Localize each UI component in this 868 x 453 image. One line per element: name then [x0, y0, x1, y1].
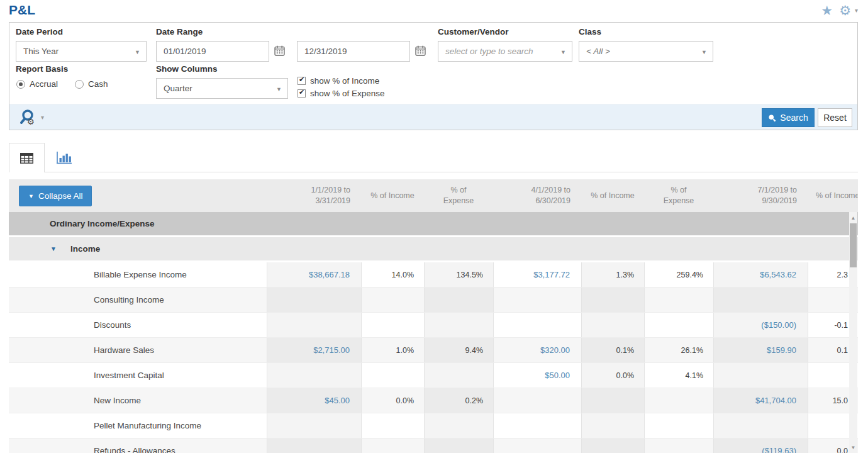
percent-cell: 259.4% — [644, 262, 713, 287]
class-value: < All > — [586, 47, 610, 56]
percent-cell — [424, 288, 493, 312]
column-header-6: 7/1/2019 to 9/30/2019 — [713, 179, 808, 212]
percent-cell — [581, 413, 644, 438]
calendar-icon[interactable] — [274, 45, 286, 57]
account-name: Refunds - Allowances — [9, 439, 267, 453]
collapse-group-icon[interactable]: ▼ — [50, 245, 57, 252]
percent-cell — [424, 313, 493, 337]
favorite-star-icon[interactable]: ★ — [821, 4, 833, 17]
percent-cell — [644, 313, 713, 337]
percent-cell — [644, 388, 713, 413]
class-select[interactable]: < All > ▼ — [579, 41, 713, 62]
amount-cell[interactable]: $38,667.18 — [267, 262, 361, 287]
table-row-hardware-sales: Hardware Sales$2,715.001.0%9.4%$320.000.… — [9, 338, 858, 363]
filter-panel: Date Period This Year ▼ Date Range 01/01… — [9, 22, 858, 130]
search-gear-icon[interactable]: ⚙︎ — [19, 108, 41, 130]
date-from-value: 01/01/2019 — [164, 47, 206, 56]
scrollbar-thumb[interactable] — [850, 223, 857, 267]
header-actions: ★ ⚙︎ ▾ — [821, 4, 858, 17]
table-row-billable-expense-income: Billable Expense Income$38,667.1814.0%13… — [9, 262, 858, 288]
amount-cell — [713, 413, 808, 438]
amount-cell — [267, 363, 361, 388]
customer-vendor-placeholder: select or type to search — [445, 47, 533, 56]
amount-cell[interactable]: $6,543.62 — [713, 262, 808, 287]
percent-cell: 0.0% — [361, 388, 424, 413]
column-header-3: 4/1/2019 to 6/30/2019 — [493, 179, 581, 212]
percent-cell — [581, 313, 644, 337]
amount-cell[interactable]: $41,704.00 — [713, 388, 808, 413]
amount-cell[interactable]: $2,715.00 — [267, 338, 361, 362]
percent-cell: 1.0% — [361, 338, 424, 362]
checkbox-checked-icon: ✔ — [298, 77, 306, 85]
percent-cell — [361, 288, 424, 312]
report-basis-cash-radio[interactable]: Cash — [75, 79, 108, 89]
show-columns-value: Quarter — [164, 84, 192, 93]
percent-cell — [644, 288, 713, 312]
table-row-consulting-income: Consulting Income — [9, 288, 858, 313]
show-pct-expense-checkbox[interactable]: ✔ show % of Expense — [298, 89, 385, 98]
amount-cell — [493, 388, 581, 413]
table-grid-icon — [20, 153, 33, 164]
amount-cell[interactable]: $320.00 — [493, 338, 581, 362]
chevron-down-icon: ▼ — [560, 49, 566, 55]
class-label: Class — [579, 27, 601, 36]
percent-cell: 9.4% — [424, 338, 493, 362]
percent-cell — [644, 413, 713, 438]
table-row-pellet-manufacturing-income: Pellet Manufacturing Income — [9, 413, 858, 439]
group-row-income: ▼ Income — [9, 237, 858, 260]
report-basis-accrual-radio[interactable]: Accrual — [16, 79, 58, 89]
percent-cell: 4.1% — [644, 363, 713, 388]
search-button-label: Search — [780, 113, 808, 123]
vertical-scrollbar[interactable]: ▲ ▼ — [849, 212, 857, 453]
table-row-investment-capital: Investment Capital$50.000.0%4.1% — [9, 363, 858, 388]
accrual-label: Accrual — [30, 79, 58, 89]
date-period-select[interactable]: This Year ▼ — [16, 41, 147, 62]
tab-chart-view[interactable] — [49, 143, 79, 172]
amount-cell[interactable]: $50.00 — [493, 363, 581, 388]
amount-cell — [267, 288, 361, 312]
amount-cell[interactable]: $45.00 — [267, 388, 361, 413]
amount-cell — [493, 313, 581, 337]
collapse-all-button[interactable]: ▼ Collapse All — [19, 186, 92, 206]
amount-cell[interactable]: ($119.63) — [713, 439, 808, 453]
show-pct-income-checkbox[interactable]: ✔ show % of Income — [298, 76, 379, 86]
amount-cell[interactable]: $3,177.72 — [493, 262, 581, 287]
amount-cell[interactable]: ($150.00) — [713, 313, 808, 337]
scroll-down-icon[interactable]: ▼ — [849, 443, 857, 452]
pct-expense-label: show % of Expense — [310, 89, 385, 98]
column-header-5: % of Expense — [644, 179, 713, 212]
report-table: ▼ Collapse All 1/1/2019 to 3/31/2019% of… — [9, 179, 858, 453]
customer-vendor-select[interactable]: select or type to search ▼ — [438, 41, 572, 62]
show-columns-label: Show Columns — [156, 64, 218, 74]
amount-cell — [493, 413, 581, 438]
calendar-icon[interactable] — [415, 45, 426, 57]
amount-cell — [493, 288, 581, 312]
table-row-refunds-allowances: Refunds - Allowances($119.63)0.0 — [9, 439, 858, 453]
table-body: Billable Expense Income$38,667.1814.0%13… — [9, 262, 858, 453]
gear-icon[interactable]: ⚙︎ — [839, 4, 851, 17]
amount-cell[interactable]: $159.90 — [713, 338, 808, 362]
account-name: Hardware Sales — [9, 338, 267, 362]
reset-button[interactable]: Reset — [818, 108, 852, 127]
bar-chart-icon — [56, 151, 72, 164]
date-to-input[interactable]: 12/31/2019 — [297, 41, 410, 62]
amount-cell — [713, 288, 808, 312]
scroll-up-icon[interactable]: ▲ — [849, 213, 857, 222]
chevron-down-icon: ▼ — [276, 86, 282, 92]
percent-cell — [361, 313, 424, 337]
search-options-caret-icon[interactable]: ▾ — [41, 114, 44, 121]
tab-table-view[interactable] — [9, 143, 45, 172]
search-strip: ⚙︎ ▾ Search Reset — [9, 104, 857, 130]
group-label: Income — [70, 244, 100, 254]
radio-selected-icon — [16, 80, 25, 89]
amount-cell — [267, 413, 361, 438]
column-header-1: % of Income — [361, 179, 424, 212]
show-columns-select[interactable]: Quarter ▼ — [156, 78, 288, 99]
percent-cell: 26.1% — [644, 338, 713, 362]
date-to-value: 12/31/2019 — [304, 47, 347, 56]
svg-text:⚙︎: ⚙︎ — [27, 117, 35, 126]
gear-menu-caret-icon[interactable]: ▾ — [855, 7, 858, 14]
date-from-input[interactable]: 01/01/2019 — [156, 41, 269, 62]
search-button[interactable]: Search — [762, 108, 815, 127]
tab-divider — [9, 172, 858, 172]
